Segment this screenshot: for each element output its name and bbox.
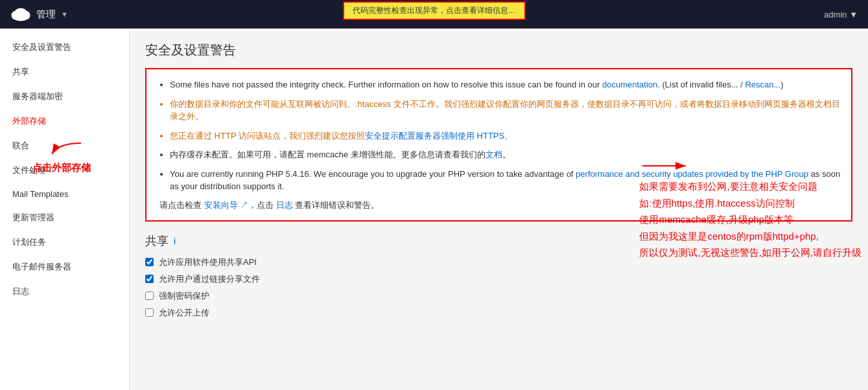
logs-link[interactable]: 日志 [276,200,293,210]
sharing-info-icon[interactable]: i [174,236,176,246]
allow-apps-label: 允许应用软件使用共享API [159,257,257,268]
force-password-label: 强制密码保护 [159,290,209,302]
allow-links-checkbox[interactable] [145,275,154,283]
integrity-docs-link[interactable]: documentation [602,80,657,89]
sidebar-annotation-text: 点击外部存储 [32,162,91,174]
allow-apps-checkbox[interactable] [145,258,154,266]
https-text-before: 您正在通过 HTTP 访问该站点，我们强烈建议您按照 [170,131,365,141]
integrity-rescan-link[interactable]: Rescan... [745,80,780,89]
https-text-after: 。 [504,131,513,141]
right-annotation: 如果需要发布到公网,要注意相关安全问题如:使用https,使用.htaccess… [639,158,862,261]
memcache-text-after: 。 [502,150,511,159]
php-text-before: You are currently running PHP 5.4.16. We… [170,169,576,179]
right-arrow-icon [639,158,691,174]
warning-item-htaccess: 你的数据目录和你的文件可能从互联网被访问到。.htaccess 文件不工作。我们… [170,98,841,123]
checkbox-public-upload: 允许公开上传 [145,307,852,319]
alert-banner[interactable]: 代码完整性检查出现异常，点击查看详细信息... [342,1,525,20]
sidebar-item-logs[interactable]: 日志 [0,279,129,304]
warning-item-https: 您正在通过 HTTP 访问该站点，我们强烈建议您按照安全提示配置服务器强制使用 … [170,130,841,143]
public-upload-checkbox[interactable] [145,308,154,317]
right-annotation-text: 如果需要发布到公网,要注意相关安全问题如:使用https,使用.htaccess… [639,178,862,261]
sidebar-item-sharing[interactable]: 共享 [0,60,129,84]
topbar-logo-text: 管理 [36,8,56,21]
integrity-text-end: ) [780,80,783,89]
memcache-docs-link[interactable]: 文档 [486,150,502,159]
integrity-text-before: Some files have not passed the integrity… [170,80,602,89]
warning-item-integrity: Some files have not passed the integrity… [170,78,841,91]
memcache-text-before: 内存缓存未配置。如果可用，请配置 memcache 来增强性能。更多信息请查看我… [170,150,486,159]
right-annotation-arrow [639,158,862,176]
install-text-after: 查看详细错误和警告。 [293,200,380,210]
public-upload-label: 允许公开上传 [159,307,209,319]
integrity-text-mid: . (List of invalid files... / [657,80,745,89]
install-wizard-link[interactable]: 安装向导 ↗ [204,200,249,210]
checkbox-allow-links: 允许用户通过链接分享文件 [145,273,852,285]
arrow-icon [45,140,84,159]
force-password-checkbox[interactable] [145,292,154,300]
main-content: 安全及设置警告 Some files have not passed the i… [130,29,868,390]
sidebar-item-security[interactable]: 安全及设置警告 [0,35,129,60]
sidebar-annotation: 点击外部存储 [32,140,91,174]
topbar: 管理 ▼ 代码完整性检查出现异常，点击查看详细信息... admin ▼ [0,0,868,29]
topbar-admin-menu[interactable]: admin ▼ [824,10,858,19]
https-link[interactable]: 安全提示配置服务器强制使用 HTTPS [365,131,504,141]
layout: 安全及设置警告 共享 服务器端加密 外部存储 联合 文件处理 Mail Temp… [0,29,868,390]
sidebar: 安全及设置警告 共享 服务器端加密 外部存储 联合 文件处理 Mail Temp… [0,29,130,390]
htaccess-text: 你的数据目录和你的文件可能从互联网被访问到。.htaccess 文件不工作。我们… [170,99,840,122]
sidebar-item-email-server[interactable]: 电子邮件服务器 [0,255,129,279]
topbar-logo[interactable]: 管理 ▼ [10,4,68,25]
topbar-alert-area: 代码完整性检查出现异常，点击查看详细信息... [342,1,525,20]
checkbox-force-password: 强制密码保护 [145,290,852,302]
topbar-dropdown-icon[interactable]: ▼ [61,10,68,18]
install-text-middle: ，点击 [248,200,276,210]
allow-links-label: 允许用户通过链接分享文件 [159,273,260,285]
sidebar-item-mail-templates[interactable]: Mail Templates [0,183,129,205]
sidebar-item-server-password[interactable]: 服务器端加密 [0,84,129,109]
sharing-title-text: 共享 [145,233,169,249]
sidebar-item-update-manager[interactable]: 更新管理器 [0,205,129,230]
section-title: 安全及设置警告 [145,41,852,59]
cloud-logo-icon [10,4,31,25]
sidebar-item-scheduled-tasks[interactable]: 计划任务 [0,230,129,255]
svg-point-3 [14,8,27,17]
sidebar-item-external-storage[interactable]: 外部存储 [0,109,129,133]
install-text-before: 请点击检查 [159,200,204,210]
